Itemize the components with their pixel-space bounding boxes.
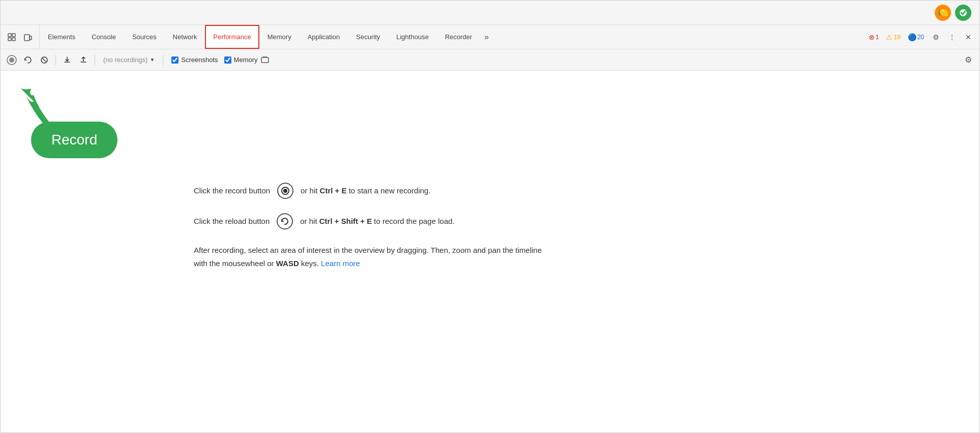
instruction-line-2: Click the reload button or hit Ctrl + Sh…: [194, 213, 550, 229]
tabs-container: Elements Console Sources Network Perform…: [40, 25, 862, 49]
learn-more-link[interactable]: Learn more: [321, 259, 360, 268]
extension-icon-2[interactable]: [955, 5, 971, 21]
inspect-element-icon[interactable]: [5, 30, 19, 44]
tab-lighthouse[interactable]: Lighthouse: [388, 25, 437, 49]
instructions-panel: Click the record button or hit Ctrl + E …: [194, 183, 550, 284]
tab-sources[interactable]: Sources: [124, 25, 165, 49]
record-icon-inline: [277, 183, 293, 199]
browser-top-bar: 🍋: [1, 1, 979, 25]
warning-icon: ⚠: [886, 33, 893, 41]
export-profile-button[interactable]: [76, 53, 91, 67]
record-button[interactable]: [5, 53, 19, 67]
record-tooltip-bubble: Record: [31, 122, 117, 158]
memory-checkbox[interactable]: [224, 56, 231, 64]
tab-recorder[interactable]: Recorder: [437, 25, 480, 49]
error-icon: ⊗: [869, 33, 875, 41]
device-toolbar-icon[interactable]: [21, 30, 35, 44]
close-devtools-icon[interactable]: ✕: [961, 30, 975, 44]
warning-count-badge[interactable]: ⚠ 19: [883, 32, 903, 42]
svg-line-8: [42, 58, 46, 62]
toolbar-divider-1: [55, 55, 56, 65]
more-tabs-button[interactable]: »: [480, 25, 493, 49]
devtools-window: 🍋: [0, 0, 980, 433]
reload-and-record-button[interactable]: [21, 53, 35, 67]
main-content: Record Click the record button or hit Ct…: [1, 71, 979, 432]
reload-icon-inline: [277, 213, 293, 229]
info-count-badge[interactable]: 🔵 20: [905, 32, 927, 42]
error-count-badge[interactable]: ⊗ 1: [866, 32, 882, 42]
extension-icon-1[interactable]: 🍋: [935, 5, 951, 21]
instruction-line-1: Click the record button or hit Ctrl + E …: [194, 183, 550, 199]
toolbar-divider-3: [163, 55, 163, 65]
tab-application[interactable]: Application: [300, 25, 348, 49]
tab-bar: Elements Console Sources Network Perform…: [1, 25, 979, 49]
tab-performance[interactable]: Performance: [205, 25, 259, 49]
svg-rect-4: [12, 38, 15, 41]
tab-network[interactable]: Network: [165, 25, 205, 49]
settings-icon[interactable]: ⚙: [929, 30, 943, 44]
svg-rect-6: [29, 36, 32, 40]
record-tooltip: Record: [31, 122, 117, 158]
dropdown-arrow-icon: ▼: [150, 57, 155, 63]
svg-point-14: [283, 189, 287, 193]
devtools-icon-group: [1, 25, 40, 49]
import-profile-button[interactable]: [60, 53, 74, 67]
checkbox-group: Screenshots Memory: [171, 56, 257, 64]
tab-elements[interactable]: Elements: [40, 25, 83, 49]
tab-memory[interactable]: Memory: [259, 25, 300, 49]
clear-profile-button[interactable]: [37, 53, 51, 67]
svg-rect-1: [8, 34, 11, 37]
more-options-icon[interactable]: ⋮: [945, 30, 959, 44]
screenshots-checkbox-label[interactable]: Screenshots: [171, 56, 218, 64]
svg-rect-5: [24, 35, 29, 41]
tab-right-actions: ⊗ 1 ⚠ 19 🔵 20 ⚙ ⋮ ✕: [862, 25, 979, 49]
recordings-dropdown[interactable]: (no recordings) ▼: [99, 55, 159, 65]
svg-rect-3: [12, 34, 15, 37]
performance-toolbar: (no recordings) ▼ Screenshots Memory ⚙: [1, 49, 979, 71]
screenshots-checkbox[interactable]: [171, 56, 179, 64]
svg-rect-2: [8, 38, 11, 41]
instruction-line-3: After recording, select an area of inter…: [194, 244, 550, 270]
toolbar-divider-2: [95, 55, 95, 65]
toolbar-settings-icon[interactable]: ⚙: [961, 53, 975, 67]
info-icon: 🔵: [908, 33, 916, 41]
tab-console[interactable]: Console: [83, 25, 124, 49]
capture-settings-icon[interactable]: [260, 55, 270, 65]
svg-rect-9: [261, 57, 269, 63]
tab-security[interactable]: Security: [348, 25, 388, 49]
memory-checkbox-label[interactable]: Memory: [224, 56, 258, 64]
